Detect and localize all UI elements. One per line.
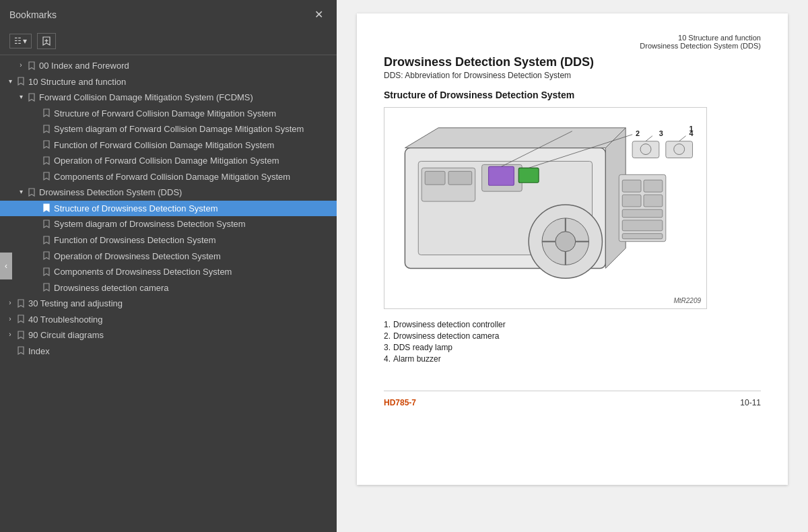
component-item: 1.Drowsiness detection controller bbox=[384, 320, 761, 329]
bookmark-item-text: System diagram of Drowsiness Detection S… bbox=[54, 218, 333, 230]
grid-icon: ☷ bbox=[14, 36, 22, 46]
bookmark-icon bbox=[42, 139, 51, 150]
document-title: Drowsiness Detection System (DDS) bbox=[384, 55, 761, 69]
bookmark-item-section-10[interactable]: ▾10 Structure and function bbox=[0, 74, 337, 90]
svg-line-29 bbox=[646, 136, 652, 141]
section-title: Structure of Drowsiness Detection System bbox=[384, 90, 761, 100]
toggle-arrow bbox=[31, 171, 40, 182]
bookmark-item-dds[interactable]: ▾Drowsiness Detection System (DDS) bbox=[0, 185, 337, 201]
bookmark-item-dds-operation[interactable]: Operation of Drowsiness Detection System bbox=[0, 248, 337, 265]
component-number: 1. bbox=[384, 320, 391, 329]
component-item: 2.Drowsiness detection camera bbox=[384, 331, 761, 341]
svg-text:4: 4 bbox=[689, 129, 694, 137]
bookmark-item-text: Components of Forward Collision Damage M… bbox=[54, 171, 333, 183]
toggle-arrow[interactable]: › bbox=[5, 329, 15, 340]
bookmark-item-text: 10 Structure and function bbox=[28, 76, 333, 88]
bookmark-icon bbox=[16, 329, 26, 340]
svg-point-22 bbox=[674, 144, 685, 155]
bookmark-item-text: Function of Forward Collision Damage Mit… bbox=[54, 139, 333, 152]
bookmark-item-text: Drowsiness detection camera bbox=[54, 282, 333, 294]
bookmark-item-text: System diagram of Forward Collision Dama… bbox=[54, 123, 333, 135]
toggle-arrow bbox=[31, 155, 40, 166]
bookmark-item-section-40[interactable]: ›40 Troubleshooting bbox=[0, 312, 337, 328]
bookmark-item-dds-function[interactable]: Function of Drowsiness Detection System bbox=[0, 232, 337, 248]
bookmark-item-fcdms-components[interactable]: Components of Forward Collision Damage M… bbox=[0, 169, 337, 185]
svg-point-20 bbox=[640, 144, 651, 155]
component-list: 1.Drowsiness detection controller2.Drows… bbox=[384, 320, 761, 364]
svg-rect-32 bbox=[622, 180, 641, 192]
close-panel-button[interactable]: ✕ bbox=[310, 7, 327, 22]
svg-rect-33 bbox=[644, 180, 663, 192]
page-header: 10 Structure and function Drowsiness Det… bbox=[384, 34, 761, 50]
toggle-arrow[interactable]: › bbox=[16, 60, 26, 71]
toggle-arrow bbox=[31, 108, 40, 119]
bookmark-item-fcdms[interactable]: ▾Forward Collision Damage Mitigation Sys… bbox=[0, 90, 337, 106]
bookmark-icon bbox=[42, 123, 51, 134]
toggle-arrow[interactable]: › bbox=[5, 314, 15, 325]
component-number: 4. bbox=[384, 354, 391, 364]
bookmark-item-fcdms-operation[interactable]: Operation of Forward Collision Damage Mi… bbox=[0, 153, 337, 169]
bookmark-item-index[interactable]: Index bbox=[0, 343, 337, 360]
bookmark-icon bbox=[42, 171, 51, 182]
panel-collapse-button[interactable]: ‹ bbox=[0, 253, 12, 279]
toggle-arrow[interactable]: ▾ bbox=[16, 187, 26, 197]
diagram-container: 1 2 3 4 MtR2209 bbox=[384, 107, 707, 309]
svg-point-8 bbox=[556, 232, 576, 252]
bookmark-item-text: Structure of Drowsiness Detection System bbox=[54, 203, 333, 215]
diagram-label: MtR2209 bbox=[673, 297, 701, 304]
document-page: 10 Structure and function Drowsiness Det… bbox=[357, 13, 788, 485]
svg-marker-3 bbox=[405, 128, 626, 148]
component-item: 3.DDS ready lamp bbox=[384, 343, 761, 352]
bookmark-item-fcdms-diagram[interactable]: System diagram of Forward Collision Dama… bbox=[0, 121, 337, 137]
toggle-arrow bbox=[31, 266, 40, 277]
svg-line-30 bbox=[679, 136, 686, 141]
diagram-svg: 1 2 3 4 bbox=[384, 108, 706, 308]
bookmark-item-fcdms-function[interactable]: Function of Forward Collision Damage Mit… bbox=[0, 137, 337, 154]
toggle-arrow bbox=[31, 282, 40, 293]
bookmark-icon bbox=[42, 251, 51, 261]
bookmark-item-fcdms-structure[interactable]: Structure of Forward Collision Damage Mi… bbox=[0, 106, 337, 122]
bookmark-item-dds-structure[interactable]: Structure of Drowsiness Detection System bbox=[0, 201, 337, 217]
bookmark-list: ›00 Index and Foreword▾10 Structure and … bbox=[0, 55, 337, 532]
bookmark-item-text: Function of Drowsiness Detection System bbox=[54, 234, 333, 246]
component-number: 3. bbox=[384, 343, 391, 352]
bookmark-item-dds-camera[interactable]: Drowsiness detection camera bbox=[0, 280, 337, 296]
bookmark-add-icon bbox=[42, 36, 51, 46]
bookmark-icon bbox=[16, 345, 26, 356]
bookmark-icon bbox=[16, 314, 26, 325]
toggle-arrow bbox=[31, 251, 40, 261]
svg-text:2: 2 bbox=[636, 129, 640, 137]
toggle-arrow[interactable]: › bbox=[5, 298, 15, 308]
component-number: 2. bbox=[384, 331, 391, 341]
add-bookmark-button[interactable] bbox=[37, 33, 56, 49]
bookmark-item-text: 30 Testing and adjusting bbox=[28, 298, 333, 310]
toggle-arrow[interactable]: ▾ bbox=[16, 92, 26, 102]
component-text: Drowsiness detection controller bbox=[393, 320, 506, 329]
bookmark-item-text: 90 Circuit diagrams bbox=[28, 329, 333, 341]
document-subtitle: DDS: Abbreviation for Drowsiness Detecti… bbox=[384, 71, 761, 80]
svg-rect-34 bbox=[622, 195, 641, 207]
panel-header: Bookmarks ✕ bbox=[0, 0, 337, 29]
bookmark-item-dds-components[interactable]: Components of Drowsiness Detection Syste… bbox=[0, 264, 337, 280]
toggle-arrow bbox=[31, 234, 40, 245]
toggle-arrow bbox=[31, 203, 40, 213]
bookmark-icon bbox=[16, 298, 26, 308]
bookmark-icon bbox=[42, 266, 51, 277]
view-options-button[interactable]: ☷ ▾ bbox=[9, 34, 32, 48]
bookmark-icon bbox=[42, 155, 51, 166]
bookmark-icon bbox=[42, 282, 51, 293]
page-footer: HD785-7 10-11 bbox=[384, 391, 761, 407]
bookmark-icon bbox=[27, 187, 36, 197]
bookmark-item-text: Drowsiness Detection System (DDS) bbox=[39, 187, 333, 199]
bookmark-item-text: Forward Collision Damage Mitigation Syst… bbox=[39, 92, 333, 104]
page-footer-left: HD785-7 bbox=[384, 398, 416, 407]
page-footer-right: 10-11 bbox=[740, 398, 761, 407]
bookmark-item-index-forward[interactable]: ›00 Index and Foreword bbox=[0, 58, 337, 74]
bookmark-icon bbox=[27, 92, 36, 102]
bookmark-item-section-90[interactable]: ›90 Circuit diagrams bbox=[0, 327, 337, 343]
bookmark-icon bbox=[42, 218, 51, 229]
toggle-arrow[interactable]: ▾ bbox=[5, 76, 15, 87]
bookmark-item-dds-diagram[interactable]: System diagram of Drowsiness Detection S… bbox=[0, 216, 337, 232]
bookmark-icon bbox=[42, 203, 51, 213]
bookmark-item-section-30[interactable]: ›30 Testing and adjusting bbox=[0, 296, 337, 312]
